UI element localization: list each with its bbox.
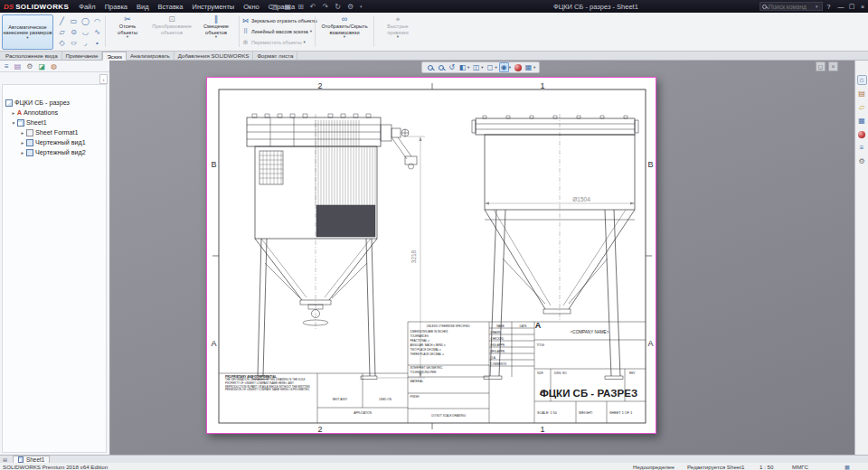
display-style-icon[interactable]: ◻ — [486, 62, 495, 72]
line-tool-icon[interactable]: ╱ — [56, 15, 68, 26]
perimeter-circle-tool-icon[interactable]: ⊙ — [68, 26, 80, 37]
tab-view-layout[interactable]: Расположение вида — [2, 51, 62, 60]
search-caret-icon[interactable]: ▾ — [816, 4, 818, 9]
tree-item-sheet-format[interactable]: ▸ Sheet Format1 — [3, 127, 106, 137]
trim-caret-icon[interactable]: ▾ — [127, 35, 128, 40]
minimize-icon[interactable]: — — [835, 0, 846, 13]
maximize-icon[interactable]: ▢ — [846, 0, 857, 13]
point-tool-icon[interactable]: • — [91, 37, 103, 48]
display-style-caret-icon[interactable]: ▾ — [495, 65, 497, 70]
status-scale[interactable]: 1 : 50 — [760, 463, 773, 470]
offset-caret-icon[interactable]: ▾ — [215, 35, 217, 40]
configuration-manager-tab-icon[interactable]: ⚙ — [26, 62, 33, 70]
resources-home-icon[interactable]: ⌂ — [857, 75, 867, 85]
mirror-entities-button[interactable]: ⋈ Зеркально отразить объекты — [241, 15, 312, 26]
menu-tools[interactable]: Инструменты — [188, 3, 240, 11]
status-units[interactable]: ММГС — [792, 463, 808, 470]
dimxpert-tab-icon[interactable]: ◪ — [38, 62, 45, 70]
convert-label2: объектов — [161, 30, 183, 36]
undo-icon[interactable]: ↶ — [310, 3, 316, 11]
convert-entities-icon: ⊡ — [168, 14, 175, 24]
custom-properties-icon[interactable]: ≡ — [857, 143, 867, 153]
menu-edit[interactable]: Правка — [100, 3, 132, 11]
rectangle-tool-icon[interactable]: ▭ — [68, 15, 80, 26]
drawing-view-front[interactable]: 3218 — [247, 114, 425, 380]
tab-addins[interactable]: Добавления SOLIDWORKS — [175, 51, 254, 60]
expand-arrow-icon[interactable]: ▸ — [19, 140, 26, 146]
title-block[interactable]: UNLESS OTHERWISE SPECIFIED: DIMENSIONS A… — [219, 322, 646, 423]
panel-flyout-button[interactable]: › — [99, 74, 108, 84]
close-sketch-icon[interactable]: × — [828, 61, 838, 71]
hide-show-caret-icon[interactable]: ▾ — [509, 65, 511, 70]
appearances-ball-icon[interactable] — [857, 129, 867, 139]
tab-annotation[interactable]: Примечание — [62, 51, 103, 60]
section-label-text[interactable]: А — [535, 321, 542, 330]
new-document-icon[interactable]: ▢ — [271, 3, 278, 11]
expand-arrow-icon[interactable]: ▸ — [19, 150, 26, 155]
quick-access-toolbar: ▢ ▣ ⊞ ↶ ↷ ↻ ⚙ ▾ — [271, 0, 363, 13]
zoom-to-fit-icon[interactable] — [425, 62, 435, 72]
quick-access-caret-icon[interactable]: ▾ — [360, 4, 363, 9]
search-input[interactable] — [769, 4, 814, 10]
previous-view-icon[interactable]: ↺ — [447, 62, 457, 72]
graphics-area[interactable]: ↺ ◧▾ ◫▾ ◻▾ ◉▾ ▦▾ ◻ × 2 1 2 — [110, 61, 854, 455]
scene-caret-icon[interactable]: ▾ — [533, 65, 535, 70]
relations-caret-icon[interactable]: ▾ — [344, 35, 345, 40]
ellipse-tool-icon[interactable]: ○ — [65, 37, 83, 48]
apply-scene-icon[interactable]: ▦ — [524, 62, 533, 72]
close-icon[interactable]: × — [857, 0, 868, 13]
command-search[interactable]: ▾ — [760, 2, 823, 11]
zoom-to-area-icon[interactable] — [436, 62, 446, 72]
rebuild-icon[interactable]: ↻ — [335, 3, 341, 11]
display-manager-tab-icon[interactable]: ◍ — [51, 62, 57, 70]
tab-evaluate[interactable]: Анализировать — [127, 51, 175, 60]
trim-entities-button[interactable]: ✂ Отсечь объекты ▾ — [108, 14, 147, 40]
menu-view[interactable]: Вид — [132, 3, 154, 11]
section-view-icon[interactable]: ◧ — [458, 62, 467, 72]
tree-item-root[interactable]: ФЦКИ СБ - разрез — [3, 98, 106, 108]
auto-dimension-caret-icon[interactable]: ▾ — [26, 36, 28, 41]
expand-arrow-icon[interactable]: ▸ — [10, 110, 17, 116]
menu-file[interactable]: Файл — [74, 3, 99, 11]
spline-tool-icon[interactable]: ∿ — [91, 26, 103, 37]
view-palette-icon[interactable]: ▦ — [857, 116, 867, 126]
linear-pattern-caret-icon[interactable]: ▾ — [310, 30, 312, 34]
tab-sheet-format[interactable]: Формат листа — [253, 51, 297, 60]
auto-dimension-button[interactable]: Автоматическое нанесение размеров ▾ — [2, 14, 53, 50]
tab-sketch[interactable]: Эскиз — [102, 52, 127, 61]
section-caret-icon[interactable]: ▾ — [467, 65, 469, 70]
save-icon[interactable]: ⊞ — [297, 3, 304, 11]
drawing-sheet[interactable]: 2 1 2 1 B A B A — [206, 77, 656, 434]
orientation-caret-icon[interactable]: ▾ — [481, 65, 483, 70]
options-gear-icon[interactable]: ⚙ — [347, 3, 354, 11]
arc-tool-icon[interactable]: ◠ — [91, 15, 103, 26]
menu-window[interactable]: Окно — [239, 3, 263, 11]
redo-icon[interactable]: ↷ — [323, 3, 329, 11]
tree-item-annotations[interactable]: ▸ A Annotations — [3, 108, 106, 118]
tree-item-sheet1[interactable]: ▾ Sheet1 — [3, 118, 106, 127]
view-orientation-icon[interactable]: ◫ — [471, 62, 481, 72]
sheet-nav-icon[interactable]: ⊞ — [3, 456, 7, 463]
status-grid-icon[interactable]: ▦ — [844, 463, 850, 470]
linear-sketch-pattern-button[interactable]: ⠿ Линейный массив эскиза ▾ — [241, 26, 312, 37]
offset-entities-button[interactable]: ∥ Смещение объектов ▾ — [196, 14, 236, 40]
file-explorer-folder-icon[interactable]: ▱ — [857, 102, 867, 112]
forum-gear-icon[interactable]: ⚙ — [857, 156, 867, 166]
expand-arrow-icon[interactable]: ▸ — [19, 130, 26, 136]
collapse-arrow-icon[interactable]: ▾ — [10, 120, 17, 126]
design-library-icon[interactable]: ▤ — [857, 89, 867, 99]
menu-insert[interactable]: Вставка — [154, 3, 188, 11]
edit-appearance-icon[interactable] — [513, 62, 523, 72]
open-document-icon[interactable]: ▣ — [285, 3, 292, 11]
tree-item-view1[interactable]: ▸ Чертежный вид1 — [3, 137, 106, 147]
viewport-button-icon[interactable]: ◻ — [816, 61, 826, 71]
three-point-arc-tool-icon[interactable]: ◡ — [80, 26, 91, 37]
parallelogram-tool-icon[interactable]: ▱ — [56, 26, 68, 37]
property-manager-tab-icon[interactable]: ▤ — [14, 62, 22, 70]
help-button[interactable]: ? — [824, 0, 834, 13]
display-relations-button[interactable]: ∞ Отобразить/Скрыть взаимосвязи ▾ — [318, 14, 371, 40]
hide-show-items-icon[interactable]: ◉ — [499, 62, 509, 72]
circle-tool-icon[interactable]: ◯ — [80, 15, 91, 26]
tree-item-view2[interactable]: ▸ Чертежный вид2 — [3, 147, 106, 157]
feature-tree-tab-icon[interactable]: ≡ — [5, 62, 9, 70]
